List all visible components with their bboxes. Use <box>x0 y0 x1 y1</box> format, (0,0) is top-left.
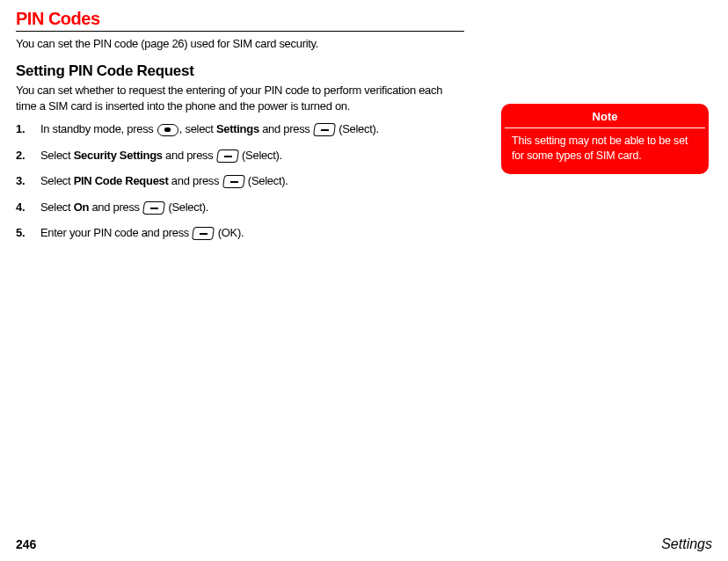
note-header: Note <box>505 104 705 128</box>
page-footer: 246 Settings <box>16 536 712 552</box>
step-text: (OK). <box>215 226 244 239</box>
steps-list: In standby mode, press , select Settings… <box>16 120 464 242</box>
note-body: This setting may not be able to be set f… <box>501 128 709 165</box>
step-text: (Select). <box>239 149 282 162</box>
intro-text: You can set the PIN code (page 26) used … <box>16 37 464 50</box>
step-3: Select PIN Code Request and press (Selec… <box>16 172 464 190</box>
step-2: Select Security Settings and press (Sele… <box>16 147 464 164</box>
note-box: Note This setting may not be able to be … <box>501 104 709 174</box>
section-title: PIN Codes <box>16 9 464 31</box>
step-text: and press <box>169 174 222 187</box>
page-number: 246 <box>16 537 36 551</box>
softkey-icon <box>222 175 245 188</box>
step-text: Enter your PIN code and press <box>40 226 192 239</box>
step-4: Select On and press (Select). <box>16 199 464 216</box>
step-bold: PIN Code Request <box>74 174 169 187</box>
step-text: Select <box>40 174 74 187</box>
step-bold: Settings <box>216 122 259 135</box>
step-5: Enter your PIN code and press (OK). <box>16 224 464 242</box>
step-text: and press <box>259 122 313 135</box>
subsection-description: You can set whether to request the enter… <box>16 83 464 113</box>
subsection-title: Setting PIN Code Request <box>16 62 464 80</box>
step-1: In standby mode, press , select Settings… <box>16 120 464 138</box>
softkey-icon <box>142 201 165 215</box>
step-text: and press <box>89 200 142 214</box>
step-text: Select <box>40 200 74 214</box>
step-text: (Select). <box>165 200 208 214</box>
step-text: (Select). <box>245 174 288 187</box>
step-text: Select <box>40 149 74 162</box>
softkey-icon <box>216 149 239 163</box>
step-text: (Select). <box>336 122 379 135</box>
step-bold: On <box>74 200 89 214</box>
center-key-icon <box>157 124 178 136</box>
step-text: and press <box>163 149 216 162</box>
softkey-icon <box>313 123 336 136</box>
step-bold: Security Settings <box>74 149 163 162</box>
footer-title: Settings <box>661 536 712 552</box>
section-divider <box>16 31 464 32</box>
softkey-icon <box>192 227 215 240</box>
step-text: In standby mode, press <box>40 122 157 135</box>
step-text: , select <box>179 122 216 135</box>
